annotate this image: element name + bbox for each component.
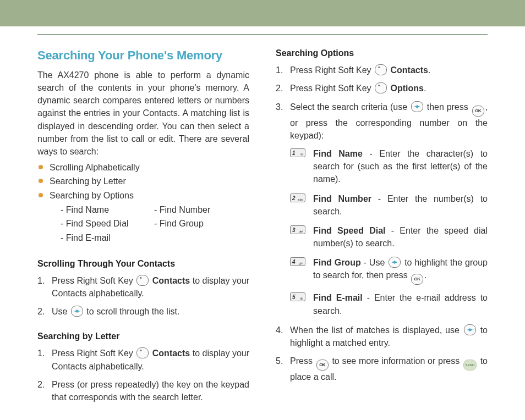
key-5-row: 5jkl Find E-mail - Enter the e-mail addr…	[290, 291, 488, 317]
subhead-options: Searching Options	[276, 47, 488, 59]
options-steps: Press Right Soft Key Contacts. Press Rig…	[276, 64, 488, 142]
bullet-options: Searching by Options	[37, 189, 249, 202]
bullet-letter: Searching by Letter	[37, 175, 249, 187]
ok-key-icon: OK	[472, 106, 484, 117]
text: Press Right Soft Key	[290, 65, 374, 75]
keypad-4-icon: 4ghi	[290, 257, 305, 266]
page-content: Searching Your Phone's Memory The AX4270…	[0, 35, 525, 420]
right-column: Searching Options Press Right Soft Key C…	[276, 43, 488, 409]
letter-step-1: Press Right Soft Key Contacts to display…	[37, 347, 249, 372]
options-step-2: Press Right Soft Key Options.	[276, 82, 488, 95]
subhead-scrolling: Scrolling Through Your Contacts	[37, 257, 249, 270]
keypad-3-icon: 3def	[290, 225, 305, 234]
options-step-3: Select the search criteria (use then pre…	[276, 101, 488, 142]
right-softkey-icon	[375, 82, 387, 93]
byletter-steps: Press Right Soft Key Contacts to display…	[37, 347, 249, 404]
header-band	[0, 0, 525, 27]
key-3-text: Find Speed Dial - Enter the speed dial n…	[313, 224, 488, 250]
search-methods-list: Scrolling Alphabetically Searching by Le…	[37, 161, 249, 202]
text: to scroll through the list.	[86, 307, 179, 316]
text: Press	[290, 356, 315, 366]
text: When the list of matches is displayed, u…	[290, 325, 463, 335]
left-column: Searching Your Phone's Memory The AX4270…	[37, 43, 249, 409]
opt-find-speed: - Find Speed Dial	[61, 217, 154, 231]
key-3-row: 3def Find Speed Dial - Enter the speed d…	[290, 224, 488, 250]
options-steps-cont: When the list of matches is displayed, u…	[276, 324, 488, 384]
section-title: Searching Your Phone's Memory	[37, 47, 249, 64]
options-step-1: Press Right Soft Key Contacts.	[276, 64, 488, 76]
scroll-step-2: Use to scroll through the list.	[37, 305, 249, 318]
contacts-label: Contacts	[152, 349, 190, 358]
text: Press Right Soft Key	[52, 276, 135, 285]
text: .	[424, 84, 426, 93]
text: to see more information or press	[332, 356, 462, 366]
letter-step-2: Press (or press repeatedly) the key on t…	[37, 378, 249, 404]
keypad-2-icon: 2abc	[290, 194, 305, 202]
contacts-label: Contacts	[391, 65, 428, 75]
right-softkey-icon	[136, 275, 149, 286]
text: then press	[427, 102, 471, 112]
text: .	[428, 65, 430, 75]
keypad-5-icon: 5jkl	[290, 292, 305, 301]
opt-find-email: - Find E-mail	[61, 231, 154, 245]
scrolling-steps: Press Right Soft Key Contacts to display…	[37, 274, 249, 318]
options-step-5: Press OK to see more information or pres…	[276, 355, 488, 383]
nav-key-icon	[464, 324, 476, 335]
text: Use	[52, 307, 70, 316]
options-label: Options	[391, 84, 424, 93]
ok-key-icon: OK	[316, 360, 329, 371]
subhead-byletter: Searching by Letter	[37, 330, 249, 342]
text: Select the search criteria (use	[290, 102, 410, 112]
opt-find-name: - Find Name	[61, 203, 154, 217]
options-step-4: When the list of matches is displayed, u…	[276, 324, 488, 349]
send-key-icon: SEND	[463, 360, 477, 371]
key-4-row: 4ghi Find Group - Use to highlight the g…	[290, 256, 488, 285]
nav-key-icon	[389, 257, 401, 268]
nav-key-icon	[411, 101, 423, 112]
key-2-row: 2abc Find Number - Enter the number(s) t…	[290, 192, 488, 218]
key-1-row: 1✉ Find Name - Enter the character(s) to…	[290, 147, 488, 186]
right-softkey-icon	[136, 347, 149, 358]
key-2-text: Find Number - Enter the number(s) to sea…	[313, 192, 488, 218]
bullet-alpha: Scrolling Alphabetically	[37, 161, 249, 174]
key-4-text: Find Group - Use to highlight the group …	[313, 256, 488, 285]
text: Press Right Soft Key	[290, 84, 374, 93]
right-softkey-icon	[375, 64, 387, 75]
contacts-label: Contacts	[152, 276, 190, 285]
opt-find-group: - Find Group	[154, 217, 248, 231]
ok-key-icon: OK	[411, 274, 423, 285]
key-1-text: Find Name - Enter the character(s) to se…	[313, 147, 488, 186]
text: Press Right Soft Key	[52, 349, 135, 358]
find-options-grid: - Find Name - Find Number - Find Speed D…	[37, 203, 249, 245]
keypad-1-icon: 1✉	[290, 148, 305, 157]
key-5-text: Find E-mail - Enter the e-mail address t…	[313, 291, 488, 317]
nav-key-icon	[71, 306, 83, 317]
opt-find-number: - Find Number	[154, 203, 248, 217]
scroll-step-1: Press Right Soft Key Contacts to display…	[37, 274, 249, 300]
intro-paragraph: The AX4270 phone is able to perform a dy…	[37, 69, 249, 158]
